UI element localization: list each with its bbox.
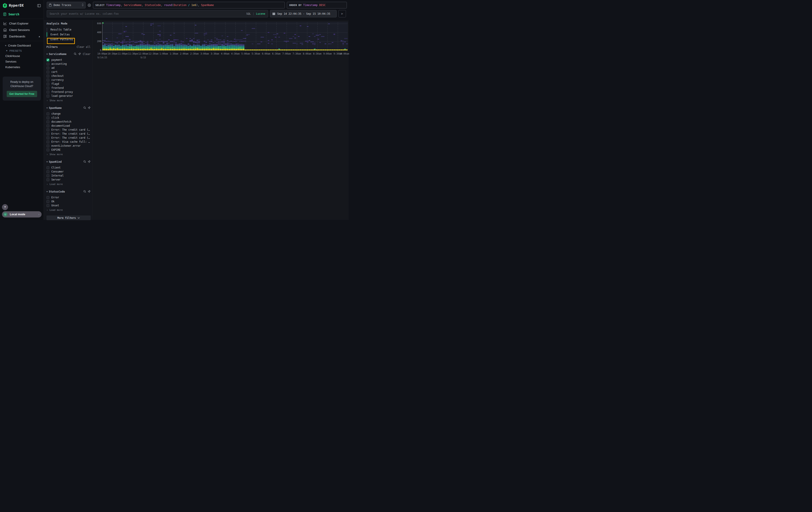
clear-filter-button[interactable]: Clear xyxy=(83,53,90,56)
sidebar-collapse-icon[interactable] xyxy=(37,4,41,7)
gear-icon[interactable] xyxy=(88,2,91,8)
checkbox[interactable] xyxy=(47,174,49,177)
filter-option-error-the-credit-card-[interactable]: Error: The credit card (… xyxy=(47,132,90,136)
filter-group-name[interactable]: ServiceName xyxy=(49,53,66,56)
show-more-button[interactable]: ›Show more xyxy=(47,99,90,102)
checkbox[interactable] xyxy=(47,178,49,181)
search-icon[interactable] xyxy=(74,52,77,56)
show-more-button[interactable]: ›Show more xyxy=(47,152,90,156)
local-mode-button[interactable]: U Local mode › xyxy=(2,211,41,217)
checkbox[interactable] xyxy=(47,75,49,78)
filter-option-error-the-credit-card-[interactable]: Error: The credit card (… xyxy=(47,136,90,140)
pin-icon[interactable] xyxy=(88,106,90,110)
search-icon[interactable] xyxy=(83,106,86,110)
filter-option-click[interactable]: click xyxy=(47,116,90,120)
event-deltas-heatmap[interactable] xyxy=(102,22,348,52)
mode-event-deltas[interactable]: Event Deltas xyxy=(49,32,71,37)
time-range-picker[interactable]: Sep 14 22:04:35 - Sep 15 10:04:35 xyxy=(270,10,337,17)
checkbox[interactable] xyxy=(47,196,49,199)
sidebar-item-client-sessions[interactable]: Client Sessions xyxy=(0,27,44,33)
filter-option-flagd[interactable]: flagd xyxy=(47,82,90,86)
filter-group-name[interactable]: SpanKind xyxy=(49,160,62,163)
filter-option-load-generator[interactable]: load-generator xyxy=(47,94,90,98)
sidebar-item-search[interactable]: Search xyxy=(0,10,44,19)
search-icon[interactable] xyxy=(83,160,86,164)
filter-option-eventlistener-error[interactable]: eventListener.error xyxy=(47,144,90,148)
filter-group-name[interactable]: SpanName xyxy=(49,106,62,110)
filter-option-frontend[interactable]: frontend xyxy=(47,86,90,90)
checkbox[interactable] xyxy=(47,62,49,65)
filter-option-cart[interactable]: cart xyxy=(47,70,90,74)
preset-clickhouse[interactable]: ClickHouse xyxy=(0,53,44,59)
sql-mode-button[interactable]: SQL xyxy=(246,12,251,16)
select-query-input[interactable]: SELECT Timestamp, ServiceName, StatusCod… xyxy=(93,2,285,8)
preset-kubernetes[interactable]: Kubernetes xyxy=(0,64,44,70)
checkbox[interactable] xyxy=(47,125,49,127)
lucene-mode-button[interactable]: Lucene xyxy=(256,12,265,16)
checkbox[interactable] xyxy=(47,132,49,135)
filter-option-unset[interactable]: Unset xyxy=(47,204,90,208)
sidebar-item-dashboards[interactable]: Dashboards ▲ xyxy=(0,33,44,39)
filter-option-consumer[interactable]: Consumer xyxy=(47,170,90,173)
order-by-input[interactable]: ORDER BY Timestamp DESC xyxy=(287,2,347,8)
filter-option-change[interactable]: change xyxy=(47,112,90,116)
chevron-down-icon[interactable]: ▼ xyxy=(47,161,48,163)
filter-option-payment[interactable]: payment xyxy=(47,58,90,62)
mode-results-table[interactable]: Results Table xyxy=(49,27,73,32)
checkbox[interactable] xyxy=(47,200,49,203)
filter-option-error[interactable]: Error xyxy=(47,195,90,199)
checkbox[interactable] xyxy=(47,129,49,131)
checkbox[interactable] xyxy=(47,90,49,93)
help-button[interactable]: ? xyxy=(2,204,8,210)
checkbox[interactable] xyxy=(47,79,49,81)
checkbox[interactable] xyxy=(47,144,49,147)
preset-services[interactable]: Services xyxy=(0,59,44,64)
chevron-down-icon[interactable]: ▼ xyxy=(47,191,48,193)
checkbox[interactable] xyxy=(47,116,49,119)
filter-option-checkout[interactable]: checkout xyxy=(47,74,90,78)
checkbox[interactable] xyxy=(47,87,49,89)
checkbox[interactable] xyxy=(47,83,49,85)
checkbox[interactable] xyxy=(47,149,49,152)
filter-option-error-the-credit-card-[interactable]: Error: The credit card (… xyxy=(47,128,90,132)
chevron-down-icon[interactable]: ▼ xyxy=(47,53,48,55)
filter-option-currency[interactable]: currency xyxy=(47,78,90,82)
checkbox[interactable] xyxy=(47,170,49,173)
show-more-button[interactable]: ›Load more xyxy=(47,208,90,212)
checkbox[interactable] xyxy=(47,120,49,123)
run-query-button[interactable]: ▷ xyxy=(339,10,346,17)
checkbox[interactable] xyxy=(47,58,49,61)
search-input[interactable] xyxy=(50,12,246,16)
chevron-down-icon[interactable]: ▼ xyxy=(47,107,48,109)
checkbox[interactable] xyxy=(47,71,49,74)
source-select[interactable]: Demo Traces xyxy=(47,2,86,8)
filter-option-client[interactable]: Client xyxy=(47,166,90,170)
checkbox[interactable] xyxy=(47,66,49,70)
get-started-button[interactable]: Get Started for Free xyxy=(7,91,37,97)
filter-group-name[interactable]: StatusCode xyxy=(49,190,65,193)
checkbox[interactable] xyxy=(47,166,49,169)
pin-icon[interactable] xyxy=(88,160,90,164)
search-icon[interactable] xyxy=(83,189,86,194)
checkbox[interactable] xyxy=(47,204,49,207)
filter-option-documentfetch[interactable]: documentFetch xyxy=(47,120,90,124)
clear-all-button[interactable]: Clear all xyxy=(77,46,90,49)
filter-option-accounting[interactable]: accounting xyxy=(47,62,90,66)
filter-option-expire[interactable]: EXPIRE xyxy=(47,148,90,152)
show-more-button[interactable]: ›Load more xyxy=(47,182,90,186)
checkbox[interactable] xyxy=(47,112,49,115)
filter-option-server[interactable]: Server xyxy=(47,178,90,182)
checkbox[interactable] xyxy=(47,95,49,98)
filter-option-ok[interactable]: Ok xyxy=(47,199,90,204)
filter-option-ad[interactable]: ad xyxy=(47,66,90,70)
create-dashboard-button[interactable]: + Create Dashboard xyxy=(0,43,44,48)
checkbox[interactable] xyxy=(47,136,49,139)
presets-toggle[interactable]: ▼ PRESETS xyxy=(0,48,44,53)
pin-icon[interactable] xyxy=(78,52,81,56)
pin-icon[interactable] xyxy=(88,189,90,194)
chevron-up-icon[interactable]: ▲ xyxy=(38,35,40,37)
filter-option-frontend-proxy[interactable]: frontend-proxy xyxy=(47,90,90,94)
more-filters-button[interactable]: More filters xyxy=(47,215,91,220)
mode-event-patterns[interactable]: Event Patterns xyxy=(49,37,74,42)
checkbox[interactable] xyxy=(47,140,49,143)
